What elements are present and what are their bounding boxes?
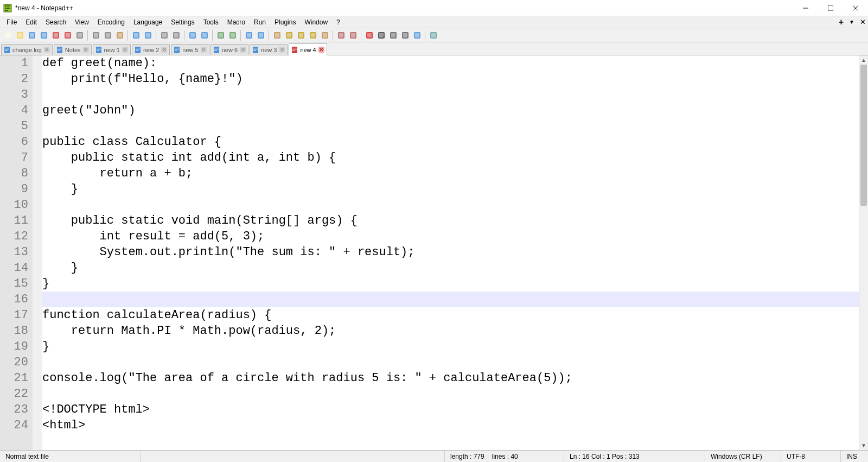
code-line[interactable]: return Math.PI * Math.pow(radius, 2); [42, 323, 859, 339]
indent-guide-icon[interactable] [271, 29, 283, 41]
spellcheck-icon[interactable] [427, 29, 439, 41]
code-line[interactable]: <!DOCTYPE html> [42, 402, 859, 417]
code-line[interactable] [42, 118, 859, 134]
menu-encoding[interactable]: Encoding [93, 17, 129, 27]
folder-workspace-icon[interactable] [335, 29, 347, 41]
code-line[interactable]: public class Calculator { [42, 134, 859, 150]
menu-dropdown-icon[interactable]: ▼ [849, 19, 854, 25]
code-line[interactable] [42, 197, 859, 213]
close-all-icon[interactable] [62, 29, 73, 41]
stop-icon[interactable] [375, 29, 387, 41]
status-eol[interactable]: Windows (CR LF) [705, 451, 781, 462]
tab-close-icon[interactable]: ✕ [122, 47, 128, 53]
menu-file[interactable]: File [2, 17, 21, 27]
cut-icon[interactable] [90, 29, 101, 41]
code-line[interactable]: } [42, 339, 859, 355]
tab-close-icon[interactable]: ✕ [161, 47, 167, 53]
new-file-icon[interactable] [2, 29, 14, 41]
tab-change-log[interactable]: change.log✕ [1, 44, 53, 55]
print-icon[interactable] [74, 29, 85, 41]
status-encoding[interactable]: UTF-8 [781, 451, 841, 462]
replace-icon[interactable] [170, 29, 182, 41]
code-line[interactable]: int result = add(5, 3); [42, 229, 859, 244]
sync-v-icon[interactable] [215, 29, 226, 41]
sync-h-icon[interactable] [227, 29, 238, 41]
copy-icon[interactable] [102, 29, 113, 41]
code-line[interactable]: greet("John") [42, 103, 859, 118]
maximize-button[interactable] [818, 0, 843, 16]
menu-run[interactable]: Run [250, 17, 270, 27]
tab-new-6[interactable]: new 6✕ [210, 44, 248, 55]
code-line[interactable]: function calculateArea(radius) { [42, 307, 859, 323]
redo-icon[interactable] [142, 29, 154, 41]
code-line[interactable]: def greet(name): [42, 55, 859, 71]
close-window-button[interactable] [843, 0, 868, 16]
minimize-button[interactable] [793, 0, 818, 16]
zoom-in-icon[interactable] [187, 29, 198, 41]
tab-close-icon[interactable]: ✕ [318, 47, 324, 53]
code-line[interactable]: } [42, 260, 859, 276]
menu-window[interactable]: Window [300, 17, 332, 27]
tab-new-2[interactable]: new 2✕ [132, 44, 170, 55]
scroll-down-icon[interactable]: ▼ [859, 441, 868, 450]
scrollbar-thumb[interactable] [860, 65, 867, 206]
doc-map-icon[interactable] [295, 29, 307, 41]
code-line[interactable]: System.out.println("The sum is: " + resu… [42, 244, 859, 260]
code-line[interactable] [42, 87, 859, 103]
menu-view[interactable]: View [71, 17, 93, 27]
code-line[interactable]: print(f"Hello, {name}!") [42, 71, 859, 87]
zoom-out-icon[interactable] [199, 29, 210, 41]
tab-new-5[interactable]: new 5✕ [171, 44, 209, 55]
wordwrap-icon[interactable] [243, 29, 254, 41]
menu-language[interactable]: Language [129, 17, 167, 27]
code-line[interactable] [42, 355, 859, 370]
tab-new-3[interactable]: new 3✕ [250, 44, 288, 55]
code-line[interactable]: public static void main(String[] args) { [42, 213, 859, 229]
vertical-scrollbar[interactable]: ▲ ▼ [859, 55, 868, 450]
code-line[interactable]: public static int add(int a, int b) { [42, 150, 859, 166]
code-line[interactable]: return a + b; [42, 166, 859, 181]
lang-icon[interactable] [283, 29, 295, 41]
status-mode[interactable]: INS [841, 451, 868, 462]
tab-new-4[interactable]: new 4✕ [289, 43, 327, 55]
tab-close-icon[interactable]: ✕ [279, 47, 285, 53]
close-icon[interactable] [50, 29, 61, 41]
save-icon[interactable] [26, 29, 37, 41]
func-list-icon[interactable] [319, 29, 330, 41]
record-icon[interactable] [363, 29, 375, 41]
play-multi-icon[interactable] [399, 29, 411, 41]
open-file-icon[interactable] [14, 29, 25, 41]
monitor-icon[interactable] [347, 29, 359, 41]
code-line[interactable] [42, 292, 859, 307]
find-icon[interactable] [158, 29, 170, 41]
menu-plugins[interactable]: Plugins [270, 17, 300, 27]
tab-close-icon[interactable]: ✕ [201, 47, 207, 53]
play-icon[interactable] [387, 29, 399, 41]
menu-settings[interactable]: Settings [167, 17, 199, 27]
menu-search[interactable]: Search [41, 17, 71, 27]
menu-[interactable]: ? [332, 17, 344, 27]
menu-x-icon[interactable]: ✕ [860, 18, 866, 26]
code-line[interactable]: } [42, 181, 859, 197]
tab-close-icon[interactable]: ✕ [240, 47, 246, 53]
code-line[interactable]: <html> [42, 417, 859, 433]
tab-close-icon[interactable]: ✕ [44, 47, 50, 53]
allchars-icon[interactable] [255, 29, 266, 41]
tab-close-icon[interactable]: ✕ [83, 47, 89, 53]
menu-macro[interactable]: Macro [223, 17, 250, 27]
save-macro-icon[interactable] [411, 29, 423, 41]
code-line[interactable] [42, 386, 859, 402]
new-tab-plus-icon[interactable]: + [839, 17, 844, 27]
tab-new-1[interactable]: new 1✕ [93, 44, 131, 55]
code-line[interactable]: } [42, 276, 859, 292]
menu-tools[interactable]: Tools [199, 17, 223, 27]
undo-icon[interactable] [130, 29, 142, 41]
editor[interactable]: 123456789101112131415161718192021222324 … [0, 55, 868, 450]
doc-list-icon[interactable] [307, 29, 318, 41]
paste-icon[interactable] [114, 29, 125, 41]
code-line[interactable]: console.log("The area of a circle with r… [42, 370, 859, 386]
menu-edit[interactable]: Edit [21, 17, 41, 27]
code-area[interactable]: def greet(name): print(f"Hello, {name}!"… [42, 55, 859, 450]
save-all-icon[interactable] [38, 29, 49, 41]
scroll-up-icon[interactable]: ▲ [859, 55, 868, 65]
